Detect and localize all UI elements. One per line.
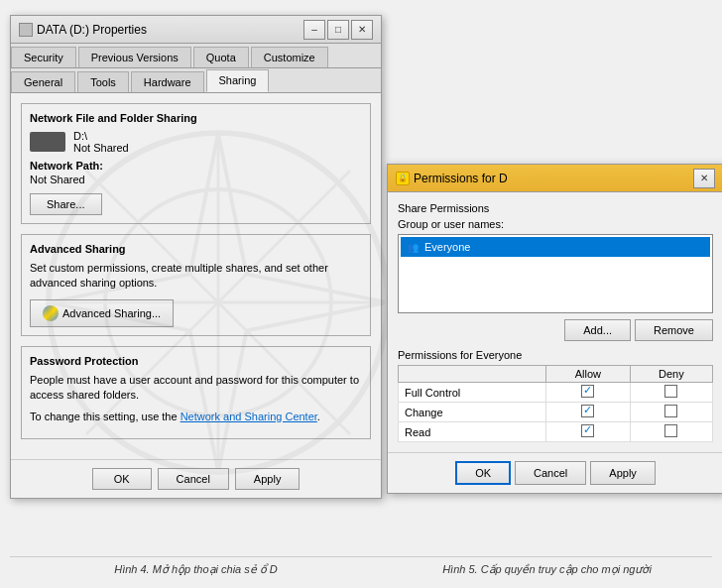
perm-full-control-deny[interactable]	[630, 383, 712, 403]
share-button[interactable]: Share...	[30, 193, 102, 215]
properties-dialog: DATA (D:) Properties – □ ✕ Security Prev…	[10, 15, 382, 499]
advanced-sharing-icon	[43, 305, 59, 321]
permissions-footer: OK Cancel Apply	[388, 452, 722, 493]
network-path-label: Network Path:	[30, 160, 362, 172]
apply-button[interactable]: Apply	[235, 468, 301, 490]
captions-row: Hình 4. Mở hộp thoại chia sẻ ổ D Hình 5.…	[10, 556, 712, 576]
user-item-everyone[interactable]: 👥 Everyone	[401, 237, 710, 257]
user-everyone-label: Everyone	[424, 241, 470, 253]
caption-right: Hình 5. Cấp quyền truy cập cho mọi người	[382, 563, 712, 576]
perm-change-deny[interactable]	[630, 403, 712, 422]
titlebar-controls: – □ ✕	[303, 20, 373, 40]
col-allow-header: Allow	[546, 366, 631, 383]
permissions-title: Permissions for D	[414, 172, 508, 185]
perm-titlebar-controls: ✕	[693, 169, 715, 188]
network-sharing-section: Network File and Folder Sharing D:\ Not …	[21, 103, 371, 224]
checkbox-full-control-allow[interactable]	[581, 385, 594, 398]
drive-hdd-icon	[30, 132, 65, 152]
permissions-titlebar: 🔒 Permissions for D ✕	[388, 165, 722, 192]
checkbox-full-control-deny[interactable]	[664, 385, 677, 398]
checkbox-change-deny[interactable]	[664, 405, 677, 417]
tabs-row2: General Tools Hardware Sharing	[11, 68, 381, 93]
add-remove-buttons: Add... Remove	[398, 319, 713, 341]
checkbox-read-deny[interactable]	[664, 424, 677, 437]
advanced-sharing-button[interactable]: Advanced Sharing...	[30, 299, 174, 327]
cancel-button[interactable]: Cancel	[158, 468, 229, 490]
checkbox-read-allow[interactable]	[581, 424, 594, 437]
add-button[interactable]: Add...	[564, 319, 631, 341]
people-icon: 👥	[405, 239, 421, 255]
group-users-label: Group or user names:	[398, 218, 713, 230]
dialog-content: Network File and Folder Sharing D:\ Not …	[11, 93, 381, 459]
table-row: Full Control	[399, 383, 713, 403]
perm-ok-button[interactable]: OK	[455, 461, 511, 485]
perm-icon: 🔒	[396, 172, 410, 185]
perm-title-left: 🔒 Permissions for D	[396, 172, 508, 185]
titlebar-left: DATA (D:) Properties	[19, 23, 147, 37]
perm-cancel-button[interactable]: Cancel	[515, 461, 586, 485]
close-button[interactable]: ✕	[351, 20, 373, 40]
caption-left: Hình 4. Mở hộp thoại chia sẻ ổ D	[10, 563, 382, 576]
perm-apply-button[interactable]: Apply	[590, 461, 656, 485]
tab-customize[interactable]: Customize	[251, 47, 328, 67]
password-title: Password Protection	[30, 355, 362, 367]
perm-full-control-allow[interactable]	[546, 383, 631, 403]
remove-button[interactable]: Remove	[635, 319, 713, 341]
perm-change-allow[interactable]	[546, 403, 631, 422]
drive-label: D:\	[73, 130, 129, 142]
drive-info: D:\ Not Shared	[30, 130, 362, 154]
maximize-button[interactable]: □	[327, 20, 349, 40]
ok-button[interactable]: OK	[92, 468, 152, 490]
network-sharing-center-link[interactable]: Network and Sharing Center	[180, 411, 317, 422]
drive-status: Not Shared	[73, 142, 129, 154]
network-sharing-title: Network File and Folder Sharing	[30, 112, 362, 124]
share-permissions-label: Share Permissions	[398, 202, 713, 214]
tab-tools[interactable]: Tools	[77, 71, 129, 92]
drive-text: D:\ Not Shared	[73, 130, 129, 154]
dialog-footer: OK Cancel Apply	[11, 459, 381, 498]
permissions-table: Allow Deny Full Control Change Read	[398, 365, 713, 442]
perm-read-deny[interactable]	[630, 422, 712, 442]
perm-read-label: Read	[399, 422, 546, 442]
permissions-table-label: Permissions for Everyone	[398, 349, 713, 361]
checkbox-change-allow[interactable]	[581, 405, 594, 417]
advanced-sharing-section: Advanced Sharing Set custom permissions,…	[21, 234, 371, 336]
advanced-sharing-title: Advanced Sharing	[30, 243, 362, 255]
drive-icon	[19, 23, 33, 37]
perm-read-allow[interactable]	[546, 422, 631, 442]
change-setting-text: To change this setting, use the Network …	[30, 410, 362, 424]
tab-sharing[interactable]: Sharing	[206, 69, 270, 92]
col-permission	[399, 366, 546, 383]
titlebar: DATA (D:) Properties – □ ✕	[11, 16, 381, 44]
tab-general[interactable]: General	[11, 71, 75, 92]
change-text: To change this setting, use the	[30, 411, 180, 422]
col-deny-header: Deny	[630, 366, 712, 383]
table-row: Change	[399, 403, 713, 422]
perm-full-control-label: Full Control	[399, 383, 546, 403]
user-list-box: 👥 Everyone	[398, 234, 713, 313]
period: .	[317, 411, 320, 422]
password-desc: People must have a user account and pass…	[30, 373, 362, 404]
tab-previous-versions[interactable]: Previous Versions	[78, 47, 191, 67]
tab-quota[interactable]: Quota	[193, 47, 249, 67]
tab-security[interactable]: Security	[11, 47, 76, 67]
minimize-button[interactable]: –	[303, 20, 325, 40]
network-path-value: Not Shared	[30, 174, 362, 185]
perm-change-label: Change	[399, 403, 546, 422]
perm-dialog-content: Share Permissions Group or user names: 👥…	[388, 192, 722, 452]
tabs-row1: Security Previous Versions Quota Customi…	[11, 44, 381, 68]
password-protection-section: Password Protection People must have a u…	[21, 346, 371, 439]
tab-hardware[interactable]: Hardware	[131, 71, 204, 92]
perm-close-button[interactable]: ✕	[693, 169, 715, 188]
table-row: Read	[399, 422, 713, 442]
advanced-sharing-desc: Set custom permissions, create multiple …	[30, 261, 362, 292]
dialog-title: DATA (D:) Properties	[37, 23, 147, 37]
permissions-dialog: 🔒 Permissions for D ✕ Share Permissions …	[387, 164, 722, 494]
advanced-sharing-btn-label: Advanced Sharing...	[62, 307, 161, 319]
